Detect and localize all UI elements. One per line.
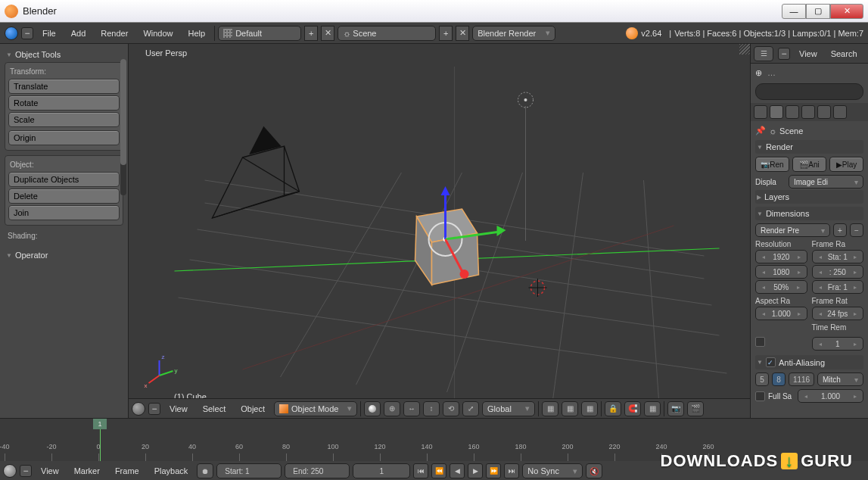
tl-marker-menu[interactable]: Marker bbox=[68, 464, 106, 478]
window-minimize-button[interactable]: — bbox=[782, 4, 806, 19]
render-preset-selector[interactable]: Render Pre▾ bbox=[755, 223, 830, 237]
keyframe-next-button[interactable]: ⏩ bbox=[486, 463, 501, 478]
duplicate-button[interactable]: Duplicate Objects bbox=[8, 172, 120, 187]
keyframe-prev-button[interactable]: ⏪ bbox=[431, 463, 446, 478]
select-menu[interactable]: Select bbox=[197, 402, 232, 416]
tl-view-menu[interactable]: View bbox=[35, 464, 65, 478]
viewport-shading-button[interactable] bbox=[364, 401, 381, 416]
add-layout-button[interactable]: + bbox=[304, 26, 318, 41]
remove-preset-button[interactable]: − bbox=[850, 223, 863, 237]
antialiasing-panel-header[interactable]: ✓ Anti-Aliasing bbox=[755, 355, 863, 369]
resolution-percent-field[interactable]: 50% bbox=[755, 280, 807, 294]
jump-start-button[interactable]: ⏮ bbox=[413, 463, 428, 478]
play-button[interactable]: ▶ bbox=[468, 463, 483, 478]
menu-render[interactable]: Render bbox=[95, 26, 134, 40]
sync-mode-selector[interactable]: No Sync▾ bbox=[522, 463, 583, 478]
jump-end-button[interactable]: ⏭ bbox=[504, 463, 519, 478]
outliner-view-menu[interactable]: View bbox=[795, 48, 822, 60]
dimensions-panel-header[interactable]: Dimensions bbox=[755, 207, 863, 220]
window-close-button[interactable]: ✕ bbox=[830, 4, 863, 19]
render-panel-header[interactable]: Render bbox=[755, 140, 863, 154]
aa-samples-8[interactable]: 8 bbox=[772, 372, 786, 386]
pin-icon[interactable]: 📌 bbox=[755, 126, 766, 136]
transform-orientation[interactable]: Global▾ bbox=[482, 401, 535, 416]
aa-enable-checkbox[interactable]: ✓ bbox=[766, 357, 776, 367]
frame-start-field[interactable]: Sta: 1 bbox=[812, 250, 864, 263]
resolution-y-field[interactable]: 1080 bbox=[755, 265, 807, 279]
render-anim-button[interactable]: 🎬 bbox=[687, 401, 704, 416]
mode-selector[interactable]: Object Mode ▾ bbox=[274, 401, 357, 416]
editor-type-3dview-icon[interactable] bbox=[132, 402, 145, 416]
collapse-view-menus[interactable]: − bbox=[148, 403, 160, 415]
editor-type-icon[interactable] bbox=[5, 26, 18, 40]
layers-button-3[interactable]: ▦ bbox=[581, 401, 598, 416]
outliner-editor-icon[interactable]: ☰ bbox=[754, 46, 773, 61]
layers-panel-header[interactable]: Layers bbox=[755, 190, 863, 204]
filter-size-field[interactable]: 1.000 bbox=[798, 389, 863, 403]
object-menu[interactable]: Object bbox=[235, 402, 271, 416]
view-menu[interactable]: View bbox=[163, 402, 194, 416]
add-preset-button[interactable]: + bbox=[833, 223, 847, 237]
tab-constraints[interactable] bbox=[817, 105, 831, 119]
end-frame-field[interactable]: End: 250 bbox=[285, 463, 350, 478]
outliner-search-menu[interactable]: Search bbox=[826, 48, 862, 60]
pivot-point-button[interactable]: ⊕ bbox=[384, 401, 400, 416]
snap-type-button[interactable]: ▦ bbox=[644, 401, 661, 416]
audio-mute-button[interactable]: 🔇 bbox=[586, 463, 602, 478]
render-engine-selector[interactable]: Blender Render ▾ bbox=[472, 26, 555, 41]
fullsample-checkbox[interactable] bbox=[755, 391, 765, 401]
aa-samples-5[interactable]: 5 bbox=[755, 372, 769, 386]
frame-end-field[interactable]: : 250 bbox=[812, 265, 864, 279]
scale-button[interactable]: Scale bbox=[8, 112, 120, 127]
render-animation-button[interactable]: 🎬Ani bbox=[792, 157, 826, 172]
scale-manipulator[interactable]: ⤢ bbox=[462, 401, 479, 416]
collapse-menus-button[interactable]: − bbox=[21, 27, 33, 39]
resolution-x-field[interactable]: 1920 bbox=[755, 250, 807, 263]
outliner-tree-row[interactable]: ⊕ … bbox=[751, 64, 868, 82]
operator-header[interactable]: Operator bbox=[5, 248, 123, 263]
timeline-editor-icon[interactable] bbox=[3, 464, 17, 478]
tab-scene[interactable] bbox=[770, 105, 783, 119]
layers-button-2[interactable]: ▦ bbox=[562, 401, 578, 416]
manipulator-toggle[interactable]: ↔ bbox=[403, 401, 420, 416]
window-maximize-button[interactable]: ▢ bbox=[806, 4, 830, 19]
3d-viewport[interactable]: User Persp bbox=[129, 44, 750, 418]
join-button[interactable]: Join bbox=[8, 205, 120, 220]
collapse-outliner-menus[interactable]: − bbox=[778, 48, 790, 60]
scene-selector[interactable]: ☼ Scene bbox=[338, 26, 436, 41]
current-frame-field[interactable]: 1 bbox=[353, 463, 410, 478]
outliner-filter-input[interactable] bbox=[755, 83, 863, 100]
tool-shelf-scrollbar[interactable] bbox=[120, 59, 126, 195]
menu-file[interactable]: File bbox=[36, 26, 62, 40]
delete-button[interactable]: Delete bbox=[8, 189, 120, 204]
menu-add[interactable]: Add bbox=[65, 26, 92, 40]
menu-help[interactable]: Help bbox=[182, 26, 212, 40]
aa-filter-selector[interactable]: Mitch▾ bbox=[817, 372, 863, 386]
display-mode-selector[interactable]: Image Edi▾ bbox=[789, 175, 863, 189]
screen-layout-selector[interactable]: Default bbox=[218, 26, 301, 41]
aa-samples-1116[interactable]: 1116 bbox=[789, 372, 814, 386]
tab-object[interactable] bbox=[801, 105, 815, 119]
render-image-button[interactable]: 📷Ren bbox=[755, 157, 789, 172]
tab-world[interactable] bbox=[786, 105, 799, 119]
translate-button[interactable]: Translate bbox=[8, 79, 120, 94]
rotate-button[interactable]: Rotate bbox=[8, 95, 120, 111]
origin-button[interactable]: Origin bbox=[8, 130, 120, 145]
lock-camera-button[interactable]: 🔒 bbox=[605, 401, 621, 416]
tl-frame-menu[interactable]: Frame bbox=[109, 464, 145, 478]
collapse-timeline-menus[interactable]: − bbox=[20, 465, 32, 477]
remove-layout-button[interactable]: ✕ bbox=[321, 26, 334, 41]
remove-scene-button[interactable]: ✕ bbox=[456, 26, 469, 41]
aspect-x-field[interactable]: 1.000 bbox=[755, 307, 807, 320]
snap-button[interactable]: 🧲 bbox=[624, 401, 641, 416]
tab-modifiers[interactable] bbox=[833, 105, 847, 119]
translate-manipulator[interactable]: ↕ bbox=[423, 401, 440, 416]
add-scene-button[interactable]: + bbox=[439, 26, 453, 41]
viewport-canvas[interactable]: z y x bbox=[129, 44, 750, 418]
frame-step-field[interactable]: Fra: 1 bbox=[812, 280, 864, 294]
render-preview-button[interactable]: 📷 bbox=[667, 401, 684, 416]
tab-render[interactable] bbox=[754, 105, 767, 119]
fps-field[interactable]: 24 fps bbox=[812, 307, 864, 320]
border-checkbox[interactable] bbox=[755, 337, 765, 347]
object-tools-header[interactable]: Object Tools bbox=[5, 47, 123, 62]
